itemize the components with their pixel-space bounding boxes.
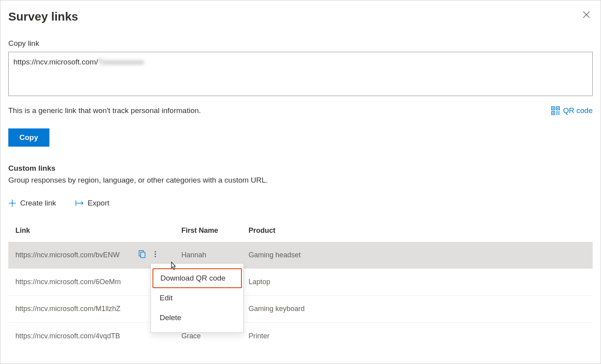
table-row[interactable]: https://ncv.microsoft.com/6OeMm Laptop xyxy=(8,269,593,296)
row-link: https://ncv.microsoft.com/M1llzhZ xyxy=(15,305,138,313)
header-first-name: First Name xyxy=(181,226,249,235)
survey-links-panel: Survey links Copy link https://ncv.micro… xyxy=(0,0,601,364)
custom-links-title: Custom links xyxy=(8,164,593,173)
svg-rect-5 xyxy=(553,113,554,114)
create-link-label: Create link xyxy=(20,199,56,207)
menu-edit[interactable]: Edit xyxy=(151,288,243,308)
table-row[interactable]: https://ncv.microsoft.com/4vqdTB Grace P… xyxy=(8,323,593,349)
row-product: Gaming headset xyxy=(249,251,586,259)
table-header: Link First Name Product xyxy=(8,222,593,242)
custom-links-description: Group responses by region, language, or … xyxy=(8,176,593,185)
copy-icon xyxy=(138,250,146,258)
menu-delete[interactable]: Delete xyxy=(151,308,243,328)
qr-code-button[interactable]: QR code xyxy=(551,106,593,115)
header-product: Product xyxy=(249,226,586,235)
export-button[interactable]: Export xyxy=(75,199,109,207)
row-link: https://ncv.microsoft.com/6OeMm xyxy=(15,278,138,286)
row-link: https://ncv.microsoft.com/4vqdTB xyxy=(15,332,138,340)
generic-link-url-visible: https://ncv.microsoft.com/ xyxy=(13,58,98,66)
close-icon xyxy=(583,11,590,18)
generic-link-input[interactable]: https://ncv.microsoft.com/Txxxxxxxxxxx xyxy=(8,52,593,96)
row-product: Gaming keyboard xyxy=(249,305,586,313)
close-button[interactable] xyxy=(582,10,591,19)
row-context-menu: Download QR code Edit Delete xyxy=(151,263,244,333)
export-label: Export xyxy=(88,199,109,207)
copy-row-link-button[interactable] xyxy=(138,250,154,260)
more-vertical-icon xyxy=(154,250,160,258)
svg-rect-11 xyxy=(141,252,145,258)
table-row[interactable]: https://ncv.microsoft.com/M1llzhZ Gaming… xyxy=(8,296,593,323)
qr-code-icon xyxy=(551,106,560,115)
svg-rect-3 xyxy=(558,108,559,109)
row-first-name: Hannah xyxy=(181,251,249,259)
generic-link-url-blurred: Txxxxxxxxxxx xyxy=(98,58,144,66)
create-link-button[interactable]: Create link xyxy=(8,199,56,207)
svg-rect-8 xyxy=(556,113,558,115)
plus-icon xyxy=(8,199,16,207)
copy-link-label: Copy link xyxy=(8,39,593,48)
svg-rect-9 xyxy=(558,113,560,115)
export-icon xyxy=(75,200,84,207)
svg-point-14 xyxy=(155,256,156,257)
table-row[interactable]: https://ncv.microsoft.com/bvENW Hannah G… xyxy=(8,242,593,269)
generic-link-help-text: This is a generic link that won't track … xyxy=(8,106,201,115)
row-link: https://ncv.microsoft.com/bvENW xyxy=(15,251,138,259)
custom-links-table: Link First Name Product https://ncv.micr… xyxy=(8,222,593,349)
svg-rect-7 xyxy=(558,111,560,113)
menu-download-qr[interactable]: Download QR code xyxy=(153,268,242,288)
svg-rect-6 xyxy=(556,111,558,113)
header-link: Link xyxy=(15,226,181,235)
page-title: Survey links xyxy=(8,10,593,23)
custom-links-toolbar: Create link Export xyxy=(8,199,593,207)
qr-code-label: QR code xyxy=(563,106,593,115)
row-first-name: Grace xyxy=(181,332,249,340)
row-product: Printer xyxy=(249,332,586,340)
svg-point-12 xyxy=(155,251,156,253)
copy-button[interactable]: Copy xyxy=(8,128,49,147)
row-product: Laptop xyxy=(249,278,586,286)
svg-rect-1 xyxy=(553,108,554,109)
svg-point-13 xyxy=(155,254,156,255)
row-more-button[interactable] xyxy=(154,250,181,260)
